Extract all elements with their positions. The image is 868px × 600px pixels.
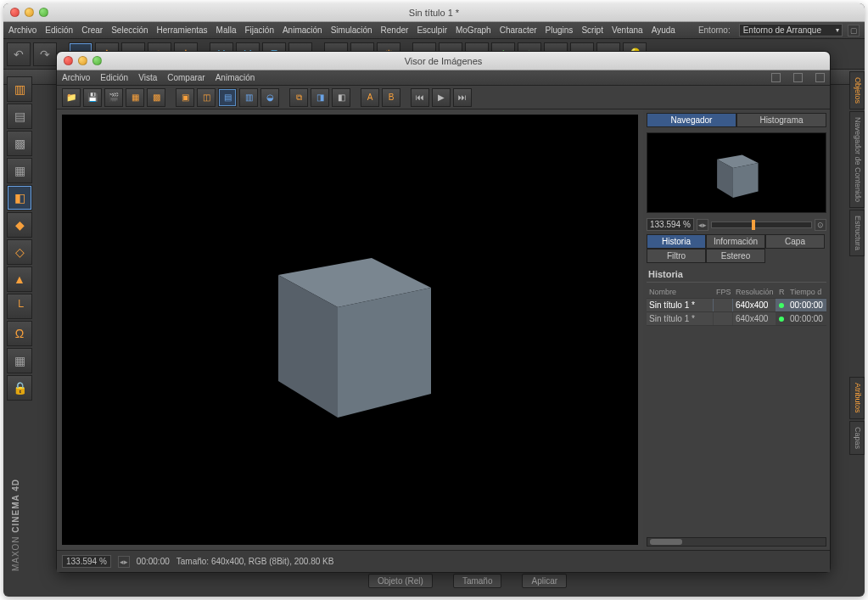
menu-crear[interactable]: Crear bbox=[81, 25, 103, 35]
next-frame-icon[interactable]: ⏭ bbox=[453, 88, 472, 107]
tab-atributos[interactable]: Atributos bbox=[849, 377, 865, 419]
grid-icon[interactable]: ▦ bbox=[7, 348, 32, 373]
right-vertical-tabs: Objetos Navegador de Contenido Estructur… bbox=[849, 71, 865, 455]
menu-fijacion[interactable]: Fijación bbox=[244, 25, 273, 35]
zoom-icon[interactable] bbox=[39, 8, 48, 17]
environment-selector[interactable]: Entorno de Arranque bbox=[739, 24, 843, 36]
workplane-icon[interactable]: ▦ bbox=[7, 158, 32, 183]
lock-icon[interactable]: 🔒 bbox=[7, 375, 32, 401]
make-editable-icon[interactable]: ▥ bbox=[7, 76, 32, 102]
menu-character[interactable]: Character bbox=[500, 25, 537, 35]
status-zoom[interactable]: 133.594 % bbox=[62, 555, 111, 568]
render-view[interactable] bbox=[62, 115, 638, 545]
navigator-thumbnail[interactable] bbox=[647, 132, 826, 213]
tab-navegador[interactable]: Navegador bbox=[647, 113, 736, 127]
zoom-slider[interactable] bbox=[711, 221, 812, 228]
tab-informacion[interactable]: Información bbox=[706, 234, 765, 249]
object-mode-icon[interactable]: ◧ bbox=[7, 185, 32, 210]
history-row[interactable]: Sin título 1 * 640x400 00:00:00 bbox=[647, 312, 826, 326]
visor-menu-edicion[interactable]: Edición bbox=[100, 73, 128, 82]
close-icon[interactable] bbox=[64, 56, 73, 65]
menu-ayuda[interactable]: Ayuda bbox=[652, 25, 675, 35]
polygon-mode-icon[interactable]: ▲ bbox=[7, 266, 32, 292]
menu-esculpir[interactable]: Esculpir bbox=[417, 25, 447, 35]
tab-navegador-contenido[interactable]: Navegador de Contenido bbox=[849, 111, 865, 208]
actual-size-icon[interactable]: ◫ bbox=[197, 88, 216, 107]
aplicar-button[interactable]: Aplicar bbox=[522, 574, 567, 588]
point-mode-icon[interactable]: ◆ bbox=[7, 212, 32, 238]
menu-mograph[interactable]: MoGraph bbox=[456, 25, 491, 35]
menu-plugins[interactable]: Plugins bbox=[546, 25, 574, 35]
zoom-control: 133.594 % ◂▸ ⊙ bbox=[647, 218, 826, 231]
zoom-stepper-icon[interactable]: ◂▸ bbox=[697, 219, 708, 231]
field-objeto[interactable]: Objeto (Rel) bbox=[368, 574, 433, 588]
attribute-fields: Objeto (Rel) Tamaño Aplicar bbox=[368, 574, 567, 588]
col-res: Resolución bbox=[733, 286, 776, 298]
prev-frame-icon[interactable]: ⏮ bbox=[411, 88, 429, 107]
visor-menu-comparar[interactable]: Comparar bbox=[167, 73, 204, 82]
menu-archivo[interactable]: Archivo bbox=[8, 25, 36, 35]
horizontal-scrollbar[interactable] bbox=[647, 537, 826, 547]
tab-historia[interactable]: Historia bbox=[647, 234, 706, 249]
edge-mode-icon[interactable]: ◇ bbox=[7, 239, 32, 265]
play-icon[interactable]: ▶ bbox=[432, 88, 451, 107]
save-icon[interactable]: 💾 bbox=[83, 88, 102, 107]
rgb-icon[interactable]: ▤ bbox=[218, 88, 237, 107]
menu-script[interactable]: Script bbox=[581, 25, 603, 35]
fit-icon[interactable]: ▣ bbox=[176, 88, 194, 107]
channel-icon[interactable]: ▥ bbox=[239, 88, 258, 107]
tab-capas[interactable]: Capas bbox=[849, 421, 865, 455]
tab-capa[interactable]: Capa bbox=[765, 234, 825, 249]
snap-icon[interactable]: Ω bbox=[7, 321, 32, 346]
history-table: Nombre FPS Resolución R Tiempo d Sin tít… bbox=[647, 286, 826, 326]
set-a-icon[interactable]: A bbox=[361, 88, 379, 107]
zoom-stepper-icon[interactable]: ◂▸ bbox=[118, 556, 130, 568]
menu-seleccion[interactable]: Selección bbox=[111, 25, 148, 35]
redo-icon[interactable]: ↷ bbox=[33, 42, 57, 66]
visor-menu-archivo[interactable]: Archivo bbox=[62, 73, 90, 82]
tab-objetos[interactable]: Objetos bbox=[849, 71, 865, 109]
set-b-icon[interactable]: B bbox=[382, 88, 400, 107]
menu-render[interactable]: Render bbox=[381, 25, 409, 35]
undo-icon[interactable]: ↶ bbox=[7, 42, 31, 66]
clapper-icon[interactable]: 🎬 bbox=[104, 88, 123, 107]
zoom-icon[interactable] bbox=[92, 56, 102, 65]
compare-split-icon[interactable]: ◨ bbox=[311, 88, 329, 107]
compare-ab-icon[interactable]: ⧉ bbox=[289, 88, 308, 107]
folder-icon[interactable]: 📁 bbox=[62, 88, 81, 107]
alpha-icon[interactable]: ◒ bbox=[260, 88, 279, 107]
zoom-value[interactable]: 133.594 % bbox=[647, 218, 694, 231]
visor-menu-vista[interactable]: Vista bbox=[138, 73, 157, 82]
tab-filtro[interactable]: Filtro bbox=[647, 249, 706, 263]
tab-estructura[interactable]: Estructura bbox=[849, 210, 865, 256]
menu-malla[interactable]: Malla bbox=[216, 25, 237, 35]
collapse-icon[interactable] bbox=[771, 73, 781, 82]
info-tabs: Historia Información Capa Filtro Estereo bbox=[647, 234, 826, 263]
expand-icon[interactable] bbox=[793, 73, 803, 82]
menu-animacion[interactable]: Animación bbox=[283, 25, 322, 35]
minimize-icon[interactable] bbox=[78, 56, 87, 65]
visor-menu-animacion[interactable]: Animación bbox=[216, 73, 255, 82]
document-icon[interactable]: ▢ bbox=[848, 25, 860, 36]
zoom-reset-icon[interactable]: ⊙ bbox=[815, 219, 826, 231]
menu-simulacion[interactable]: Simulación bbox=[331, 25, 372, 35]
grid1-icon[interactable]: ▦ bbox=[126, 88, 144, 107]
axis-mode-icon[interactable]: └ bbox=[7, 294, 32, 319]
dock-icon[interactable] bbox=[815, 73, 825, 82]
menu-edicion[interactable]: Edición bbox=[45, 25, 73, 35]
grid2-icon[interactable]: ▩ bbox=[147, 88, 165, 107]
close-icon[interactable] bbox=[10, 8, 20, 17]
col-tiempo: Tiempo d bbox=[787, 286, 826, 298]
minimize-icon[interactable] bbox=[25, 8, 34, 17]
menu-herramientas[interactable]: Herramientas bbox=[157, 25, 208, 35]
history-row[interactable]: Sin título 1 * 640x400 00:00:00 bbox=[647, 299, 826, 312]
tab-estereo[interactable]: Estereo bbox=[706, 249, 765, 263]
visor-titlebar: Visor de Imágenes bbox=[57, 52, 830, 70]
menu-ventana[interactable]: Ventana bbox=[612, 25, 643, 35]
status-dot-icon bbox=[779, 303, 784, 308]
compare-wipe-icon[interactable]: ◧ bbox=[332, 88, 350, 107]
field-tamano[interactable]: Tamaño bbox=[453, 574, 502, 588]
tab-histograma[interactable]: Histograma bbox=[736, 113, 826, 127]
texture-mode-icon[interactable]: ▩ bbox=[7, 131, 32, 156]
model-mode-icon[interactable]: ▤ bbox=[7, 104, 32, 129]
